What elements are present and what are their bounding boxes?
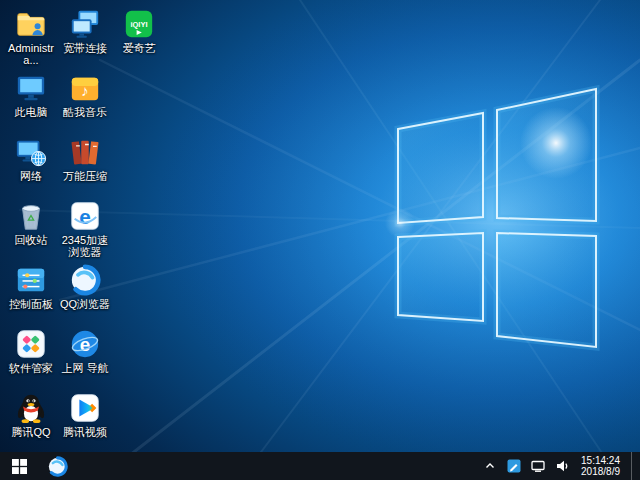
user-folder-icon: [14, 7, 48, 41]
computer-icon: [14, 71, 48, 105]
2345-browser-icon: e: [68, 199, 102, 233]
start-button[interactable]: [0, 452, 38, 480]
desktop: Administra... 此电脑: [0, 0, 640, 480]
kuwo-music-icon: ♪: [68, 71, 102, 105]
desktop-icon-compressor[interactable]: 万能压缩: [58, 132, 112, 196]
desktop-icon-label: 腾讯QQ: [11, 426, 50, 438]
desktop-icon-label: 2345加速浏览器: [58, 234, 112, 259]
qq-penguin-icon: [14, 391, 48, 425]
taskbar: 15:14:24 2018/8/9: [0, 452, 640, 480]
tencent-video-icon: [68, 391, 102, 425]
iqiyi-icon: iQIYI: [122, 7, 156, 41]
desktop-icon-navigation[interactable]: e 上网 导航: [58, 324, 112, 388]
navigation-icon: e: [68, 327, 102, 361]
desktop-icon-label: Administra...: [4, 42, 58, 67]
tray-network-icon[interactable]: [530, 458, 546, 474]
desktop-icon-label: 此电脑: [15, 106, 48, 118]
tray-ink-pen-icon[interactable]: [506, 458, 522, 474]
desktop-icon-2345-browser[interactable]: e 2345加速浏览器: [58, 196, 112, 260]
broadband-icon: [68, 7, 102, 41]
qq-browser-icon: [68, 263, 102, 297]
windows-logo-icon: [12, 459, 27, 474]
compressor-icon: [68, 135, 102, 169]
desktop-icon-label: 爱奇艺: [123, 42, 156, 54]
clock-time: 15:14:24: [581, 455, 620, 466]
desktop-icons: Administra... 此电脑: [4, 4, 166, 452]
desktop-icon-this-pc[interactable]: 此电脑: [4, 68, 58, 132]
desktop-icon-label: 上网 导航: [61, 362, 108, 374]
svg-text:e: e: [79, 205, 91, 228]
desktop-icon-label: QQ浏览器: [60, 298, 110, 310]
taskbar-qq-browser-button[interactable]: [38, 452, 76, 480]
desktop-icon-recycle-bin[interactable]: 回收站: [4, 196, 58, 260]
show-desktop-button[interactable]: [631, 452, 637, 480]
desktop-icon-label: 腾讯视频: [63, 426, 107, 438]
software-manager-icon: [14, 327, 48, 361]
desktop-icon-iqiyi[interactable]: iQIYI 爱奇艺: [112, 4, 166, 68]
desktop-icon-label: 酷我音乐: [63, 106, 107, 118]
desktop-icon-control-panel[interactable]: 控制面板: [4, 260, 58, 324]
desktop-icon-broadband[interactable]: 宽带连接: [58, 4, 112, 68]
control-panel-icon: [14, 263, 48, 297]
desktop-icon-administrator[interactable]: Administra...: [4, 4, 58, 68]
network-icon: [14, 135, 48, 169]
svg-text:♪: ♪: [81, 82, 89, 99]
desktop-icon-network[interactable]: 网络: [4, 132, 58, 196]
desktop-icon-label: 宽带连接: [63, 42, 107, 54]
desktop-icon-label: 软件管家: [9, 362, 53, 374]
desktop-icon-label: 控制面板: [9, 298, 53, 310]
desktop-icon-tencent-video[interactable]: 腾讯视频: [58, 388, 112, 452]
svg-text:iQIYI: iQIYI: [130, 20, 147, 29]
desktop-icon-tencent-qq[interactable]: 腾讯QQ: [4, 388, 58, 452]
tray-chevron-up-icon[interactable]: [482, 458, 498, 474]
taskbar-clock[interactable]: 15:14:24 2018/8/9: [578, 455, 623, 477]
desktop-icon-label: 回收站: [15, 234, 48, 246]
recycle-bin-icon: [14, 199, 48, 233]
qq-browser-taskbar-icon: [47, 456, 68, 477]
desktop-icon-qq-browser[interactable]: QQ浏览器: [58, 260, 112, 324]
desktop-icon-software-manager[interactable]: 软件管家: [4, 324, 58, 388]
desktop-icon-label: 万能压缩: [63, 170, 107, 182]
tray-volume-icon[interactable]: [554, 458, 570, 474]
clock-date: 2018/8/9: [581, 466, 620, 477]
system-tray: 15:14:24 2018/8/9: [476, 452, 640, 480]
desktop-icon-label: 网络: [20, 170, 42, 182]
desktop-icon-kuwo-music[interactable]: ♪ 酷我音乐: [58, 68, 112, 132]
